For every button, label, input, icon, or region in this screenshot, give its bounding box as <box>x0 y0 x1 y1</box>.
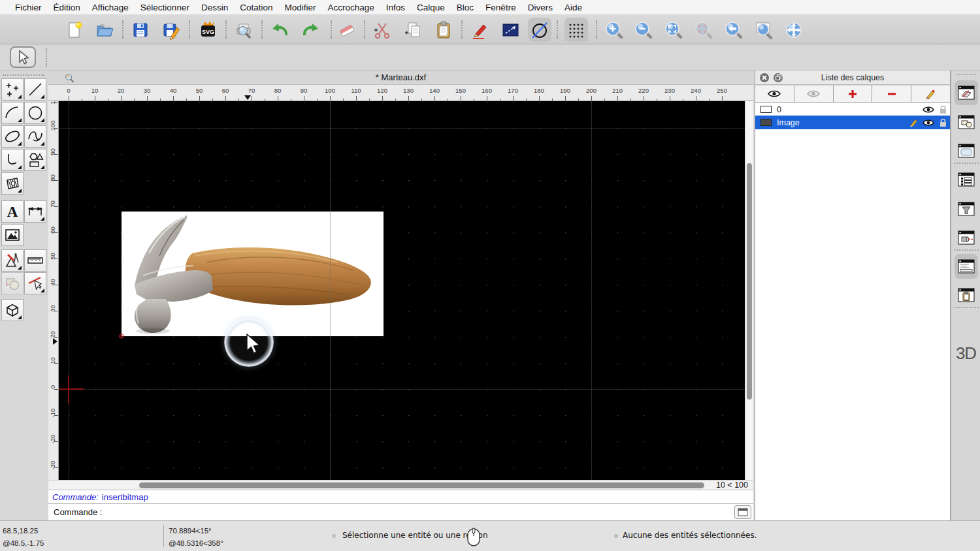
layer-edit-icon[interactable] <box>907 118 921 127</box>
filter-dock-button[interactable] <box>955 197 978 221</box>
line-tool[interactable] <box>24 78 46 101</box>
panel-float-button[interactable] <box>774 73 783 82</box>
remove-layer-button[interactable] <box>872 86 911 102</box>
origin-axis-y <box>68 375 69 403</box>
menu-item-calque[interactable]: Calque <box>411 3 451 12</box>
add-layer-button[interactable] <box>834 86 873 102</box>
ruler-tick <box>54 285 58 285</box>
menu-item-divers[interactable]: Divers <box>522 3 559 12</box>
layer-lock-toggle[interactable] <box>936 118 950 127</box>
paste-button[interactable] <box>432 18 455 42</box>
command-options-button[interactable] <box>734 505 751 519</box>
3d-dock-label[interactable]: 3D <box>951 343 980 364</box>
command-widget-dock-button[interactable] <box>955 254 978 279</box>
zoom-previous-icon <box>724 20 743 40</box>
menu-item-modifier[interactable]: Modifier <box>278 3 321 12</box>
panel-close-button[interactable] <box>760 73 769 82</box>
clipboard-dock-button[interactable] <box>955 283 978 307</box>
ruler-label: 210 <box>609 87 626 94</box>
menu-item-cotation[interactable]: Cotation <box>234 3 278 12</box>
select-tool-button[interactable] <box>10 46 36 68</box>
image-tool[interactable] <box>1 224 24 246</box>
eraser-icon <box>337 20 357 40</box>
menu-item-fenêtre[interactable]: Fenêtre <box>480 3 522 12</box>
cut-button[interactable] <box>370 18 394 42</box>
new-file-button[interactable] <box>63 18 86 42</box>
layer-row-image[interactable]: Image <box>755 116 950 129</box>
modify-tool[interactable] <box>1 272 24 294</box>
undo-button[interactable] <box>269 18 292 42</box>
command-input[interactable] <box>105 506 734 519</box>
ruler-tick <box>356 96 357 101</box>
text-icon: A <box>4 203 21 220</box>
layer-row-0[interactable]: 0 <box>755 103 950 116</box>
text-tool[interactable]: A <box>1 200 24 223</box>
save-button[interactable] <box>129 18 152 42</box>
3d-tools[interactable] <box>1 299 24 321</box>
document-titlebar[interactable]: * Marteau.dxf <box>48 71 753 85</box>
menu-item-affichage[interactable]: Affichage <box>86 3 135 12</box>
select-entity-tool[interactable] <box>24 272 46 294</box>
horizontal-scrollbar[interactable]: 10 < 100 <box>48 480 753 490</box>
layer-color-swatch[interactable] <box>760 119 772 126</box>
show-all-layers-button[interactable] <box>755 86 794 102</box>
save-as-button[interactable] <box>159 18 183 42</box>
layer-color-swatch[interactable] <box>760 106 772 113</box>
print-preview-button[interactable] <box>232 18 255 42</box>
svg-export-button[interactable]: SVG <box>196 18 220 42</box>
menu-item-infos[interactable]: Infos <box>380 3 411 12</box>
menu-item-sélectionner[interactable]: Sélectionner <box>135 3 195 12</box>
copy-button[interactable] <box>401 18 425 42</box>
open-file-button[interactable] <box>93 18 116 42</box>
menu-item-bloc[interactable]: Bloc <box>451 3 480 12</box>
vertical-scrollbar-thumb[interactable] <box>747 163 752 400</box>
zoom-out-icon <box>634 20 653 40</box>
library-browser-dock-button[interactable] <box>955 138 978 163</box>
drafting-tools[interactable] <box>1 249 24 272</box>
zoom-previous-button[interactable] <box>722 18 745 42</box>
pen-settings-dock-button[interactable] <box>955 225 978 250</box>
polyline-tool[interactable] <box>1 149 24 171</box>
layer-list-dock-button[interactable] <box>955 80 978 105</box>
menu-item-fichier[interactable]: Fichier <box>9 3 48 12</box>
circle-tool[interactable] <box>24 102 46 124</box>
zoom-auto-button[interactable] <box>662 18 685 42</box>
layer-lock-toggle[interactable] <box>936 105 950 114</box>
hide-all-layers-button[interactable] <box>794 86 834 102</box>
select-window-button[interactable] <box>498 18 522 42</box>
grid-toggle-button[interactable] <box>564 18 588 42</box>
layer-visibility-toggle[interactable] <box>921 106 936 114</box>
zoom-out-button[interactable] <box>632 18 655 42</box>
redo-button[interactable] <box>299 18 322 42</box>
vertical-scrollbar[interactable] <box>745 101 753 480</box>
menu-item-aide[interactable]: Aide <box>559 3 588 12</box>
block-list-dock-button[interactable] <box>955 110 978 134</box>
ellipse-tool[interactable] <box>1 125 24 148</box>
draft-mode-button[interactable] <box>528 18 551 42</box>
measure-tool[interactable] <box>24 249 46 272</box>
horizontal-scrollbar-thumb[interactable] <box>139 482 704 488</box>
edit-layer-button[interactable] <box>911 86 950 102</box>
menu-item-dessin[interactable]: Dessin <box>195 3 234 12</box>
eraser-button[interactable] <box>335 18 359 42</box>
layer-visibility-toggle[interactable] <box>921 119 936 127</box>
zoom-in-button[interactable] <box>602 18 626 42</box>
points-tool[interactable] <box>1 78 24 101</box>
dimension-tool[interactable] <box>24 200 46 223</box>
float-window-icon <box>776 74 781 80</box>
menu-item-édition[interactable]: Édition <box>48 3 86 12</box>
polygon-shapes-tool[interactable] <box>24 149 46 171</box>
hatch-tool[interactable] <box>1 172 24 195</box>
zoom-window-button[interactable] <box>752 18 776 42</box>
spline-tool[interactable] <box>24 125 46 148</box>
pen-button[interactable] <box>468 18 491 42</box>
zoom-selection-button[interactable] <box>692 18 715 42</box>
pan-button[interactable] <box>782 18 806 42</box>
menu-item-accrochage[interactable]: Accrochage <box>321 3 380 12</box>
absolute-coordinates: 68.5,18.25 <box>3 527 38 535</box>
line-icon <box>27 81 44 98</box>
arc-tool[interactable] <box>1 102 24 124</box>
entity-list-dock-button[interactable] <box>955 167 978 192</box>
ruler-label: 90 <box>295 87 312 94</box>
drawing-canvas[interactable] <box>59 101 745 480</box>
